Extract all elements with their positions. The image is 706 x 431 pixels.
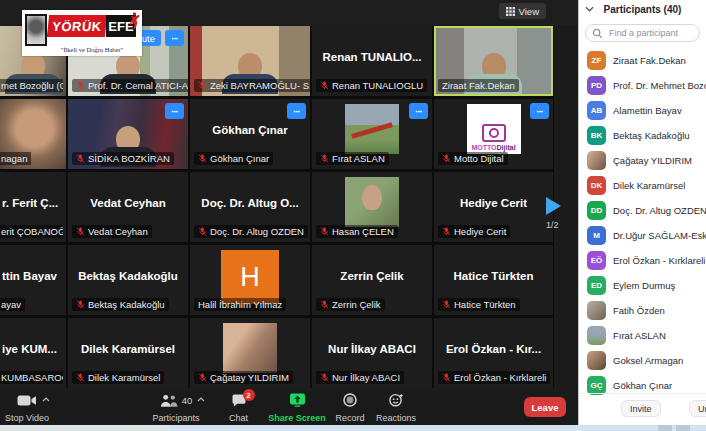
tile-more-options-button[interactable]: ··· [287,103,306,119]
participant-row[interactable]: ABAlamettin Bayav [579,98,706,122]
tile-name-text: Hasan ÇELEN [332,226,394,237]
video-tile-halil-i-brahim-y-lmaz[interactable]: HHalil İbrahim Yılmaz [190,245,310,315]
participant-row[interactable]: Fatih Özden [579,298,706,322]
leave-button[interactable]: Leave [524,397,566,417]
tile-more-options-button[interactable]: ··· [165,103,184,119]
participant-row[interactable]: Goksel Armagan [579,348,706,372]
smiley-icon [389,393,404,407]
video-tile-erit-obano-lu[interactable]: r. Ferit Ç...erit ÇOBANOĞLU [0,172,66,242]
video-tile-zeki-bayramo-lu-s-zi[interactable]: Zeki BAYRAMOĞLU- S.Ü. Zi... [190,26,310,96]
participant-name: Fatih Özden [613,305,665,316]
video-tile-renan-tunalioglu[interactable]: Renan TUNALIO...Renan TUNALIOGLU [312,26,432,96]
video-tile-bekta-kadako-lu[interactable]: Bektaş KadakoğluBektaş Kadakoğlu [68,245,188,315]
taskbar-button[interactable] [658,425,672,431]
unmute-all-button[interactable]: Unmute All [689,400,706,417]
share-screen-label: Share Screen [268,413,326,423]
search-input[interactable] [607,27,693,39]
participant-initials-avatar: BK [587,126,606,145]
participant-name: Dilek Karamürsel [613,180,685,191]
participant-row[interactable]: ZFZiraat Fak.Dekan [579,48,706,72]
next-page-arrow-icon[interactable] [546,197,561,215]
video-tile-do-dr-altug-ozden[interactable]: Doç. Dr. Altug O...Doç. Dr. Altug OZDEN [190,172,310,242]
video-tile-kumbasaro-lu[interactable]: iye KUM...KUMBASAROĞLU [0,318,66,388]
video-tile-hasan-elen[interactable]: Hasan ÇELEN [312,172,432,242]
muted-mic-icon [442,300,451,309]
muted-mic-icon [442,227,451,236]
video-tile-vedat-ceyhan[interactable]: Vedat CeyhanVedat Ceyhan [68,172,188,242]
logo-tagline: "İlkeli ve Doğru Haber" [44,46,140,53]
taskbar-button[interactable] [676,425,690,431]
video-tile-g-khan-nar[interactable]: Gökhan ÇınarGökhan Çınar··· [190,99,310,169]
share-screen-button[interactable]: Share Screen [262,393,332,423]
tile-name-text: Doç. Dr. Altug OZDEN [210,226,304,237]
collapse-chevron-icon[interactable] [585,6,594,12]
tile-display-name: ttin Bayav [0,270,62,282]
muted-mic-icon [320,300,329,309]
participant-name: Prof. Dr. Mehmet Bozoğlu [613,80,706,91]
video-tile-zerrin-elik[interactable]: Zerrin ÇelikZerrin Çelik [312,245,432,315]
view-button[interactable]: View [499,3,546,19]
video-tile-si-di-ka-bozki-ran[interactable]: SİDİKA BOZKİRAN··· [68,99,188,169]
tile-name-label: Motto Dijital [438,152,508,165]
participant-photo-avatar [587,301,606,320]
participant-name: Dr.Uğur SAĞLAM-Eskişehir [613,230,706,241]
video-tile-ziraat-fak-dekan[interactable]: Ziraat Fak.Dekan [434,26,553,96]
efe-silhouette-icon [128,11,141,30]
video-tile-erol-zkan-k-rklareli[interactable]: Erol Özkan - Kır...Erol Özkan - Kırklare… [434,318,553,388]
video-tile-nagan[interactable]: nagan [0,99,66,169]
tile-name-label: erit ÇOBANOĞLU [0,225,63,238]
participants-panel-footer: Invite Unmute All [579,393,706,418]
video-tile-a-atay-yildirim[interactable]: Çağatay YILDIRIM [190,318,310,388]
muted-mic-icon [442,373,451,382]
tile-name-label: Çağatay YILDIRIM [194,371,293,384]
tile-display-name: Hediye Cerit [438,197,549,209]
muted-mic-icon [320,373,329,382]
video-tile-motto-dijital[interactable]: MOTTODijitalMotto Dijital··· [434,99,553,169]
profile-avatar [223,323,277,373]
video-tile-nur-i-lkay-abaci[interactable]: Nur İlkay ABACINur İlkay ABACI [312,318,432,388]
video-tile-hatice-t-rkten[interactable]: Hatice TürktenHatice Türkten [434,245,553,315]
participants-button[interactable]: 40Participants [140,393,212,423]
participant-row[interactable]: BKBektaş Kadakoğlu [579,123,706,147]
muted-mic-icon [76,227,85,236]
video-tile-hediye-cerit[interactable]: Hediye CeritHediye Cerit [434,172,553,242]
profile-avatar: MOTTODijital [467,104,521,154]
participant-row[interactable]: DDDoç. Dr. Altug OZDEN [579,198,706,222]
tile-name-text: nagan [1,153,27,164]
participant-row[interactable]: PDProf. Dr. Mehmet Bozoğlu [579,73,706,97]
participant-row[interactable]: EDEylem Durmuş [579,273,706,297]
motto-laptop-icon [482,124,506,142]
tile-name-text: Hediye Cerit [454,226,506,237]
stop-video-button[interactable]: Stop Video [0,393,63,423]
tile-display-name: Dilek Karamürsel [72,343,184,355]
meeting-stage: View met Bozoğlu (On...Prof. Dr. Cemal A… [0,0,578,425]
participant-row[interactable]: DKDilek Karamürsel [579,173,706,197]
tile-display-name: Zerrin Çelik [316,270,428,282]
video-tile-dilek-karam-rsel[interactable]: Dilek KaramürselDilek Karamürsel [68,318,188,388]
tile-name-label: Nur İlkay ABACI [316,371,404,384]
participant-row[interactable]: Çağatay YILDIRIM [579,148,706,172]
muted-mic-icon [76,373,85,382]
tile-more-options-button[interactable]: ··· [530,103,549,119]
taskbar-strip [0,425,706,431]
grid-view-icon [506,7,515,16]
tile-more-options-button[interactable]: ··· [165,30,184,46]
muted-mic-icon [442,154,451,163]
chat-button[interactable]: 2Chat [216,393,261,423]
tile-name-text: Gökhan Çınar [210,153,269,164]
video-tile-ayav[interactable]: ttin Bayavayav [0,245,66,315]
tile-name-label: Hasan ÇELEN [316,225,398,238]
muted-mic-icon [198,154,207,163]
chevron-up-icon [42,397,50,402]
invite-button[interactable]: Invite [621,400,661,417]
tile-display-name: iye KUM... [0,343,62,355]
participant-row[interactable]: MDr.Uğur SAĞLAM-Eskişehir [579,223,706,247]
reactions-button[interactable]: Reactions [368,393,424,423]
logo-title-left: YÖRÜK [47,15,107,37]
participant-row[interactable]: Fırat ASLAN [579,323,706,347]
video-tile-f-rat-aslan[interactable]: Fırat ASLAN··· [312,99,432,169]
tile-name-label: Zerrin Çelik [316,298,385,311]
tile-more-options-button[interactable]: ··· [409,103,428,119]
tile-name-text: Prof. Dr. Cemal ATICI-ADÜ [88,80,188,91]
participant-row[interactable]: EÖErol Özkan - Kırklareli [579,248,706,272]
